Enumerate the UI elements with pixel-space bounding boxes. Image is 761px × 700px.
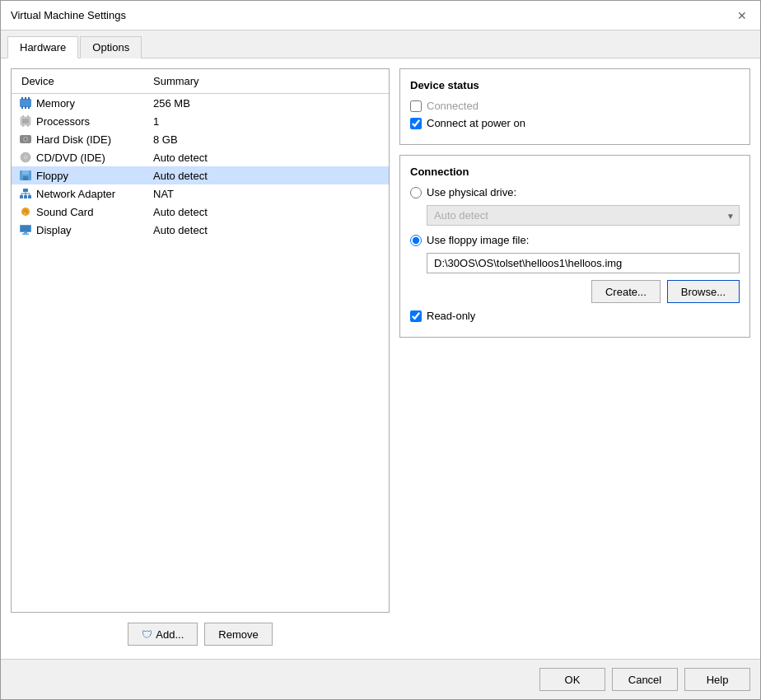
bottom-buttons: 🛡 Add... Remove bbox=[11, 619, 390, 649]
svg-point-15 bbox=[25, 138, 27, 141]
header-summary: Summary bbox=[150, 72, 382, 90]
floppy-summary: Auto detect bbox=[153, 170, 382, 182]
display-label: Display bbox=[36, 224, 153, 236]
browse-button[interactable]: Browse... bbox=[667, 280, 740, 303]
table-row[interactable]: Display Auto detect bbox=[12, 221, 389, 239]
display-summary: Auto detect bbox=[153, 224, 382, 236]
svg-rect-3 bbox=[28, 97, 30, 100]
display-icon bbox=[18, 223, 33, 236]
svg-text:♪: ♪ bbox=[24, 209, 27, 215]
soundcard-icon: ♪ bbox=[18, 205, 33, 218]
title-bar: Virtual Machine Settings ✕ bbox=[1, 1, 760, 30]
left-panel: Device Summary Memory 256 MB Processors bbox=[11, 68, 390, 649]
svg-point-18 bbox=[25, 156, 26, 158]
connection-section: Connection Use physical drive: Auto dete… bbox=[399, 155, 750, 338]
processors-label: Processors bbox=[36, 115, 153, 128]
use-image-row: Use floppy image file: bbox=[410, 234, 740, 246]
create-button[interactable]: Create... bbox=[591, 280, 661, 303]
table-row[interactable]: Memory 256 MB bbox=[12, 94, 389, 112]
svg-rect-0 bbox=[20, 99, 31, 107]
ok-button[interactable]: OK bbox=[539, 668, 605, 691]
read-only-checkbox[interactable] bbox=[410, 310, 422, 322]
svg-rect-5 bbox=[25, 106, 26, 109]
cancel-button[interactable]: Cancel bbox=[612, 668, 678, 691]
network-summary: NAT bbox=[153, 188, 382, 200]
physical-drive-select[interactable]: Auto detect bbox=[427, 205, 740, 226]
processors-icon bbox=[18, 114, 33, 128]
network-icon bbox=[18, 187, 33, 200]
use-physical-label: Use physical drive: bbox=[427, 186, 516, 198]
floppy-icon bbox=[18, 169, 33, 182]
svg-rect-23 bbox=[20, 195, 23, 198]
memory-summary: 256 MB bbox=[153, 97, 382, 110]
network-label: Network Adapter bbox=[36, 188, 153, 200]
right-panel: Device status Connected Connect at power… bbox=[399, 68, 750, 649]
file-buttons: Create... Browse... bbox=[410, 280, 740, 303]
soundcard-label: Sound Card bbox=[36, 206, 153, 218]
svg-rect-34 bbox=[21, 226, 30, 231]
svg-rect-36 bbox=[22, 234, 29, 236]
svg-rect-24 bbox=[24, 195, 27, 198]
svg-rect-1 bbox=[21, 97, 23, 100]
close-button[interactable]: ✕ bbox=[734, 7, 750, 24]
file-input-row bbox=[427, 253, 740, 273]
harddisk-label: Hard Disk (IDE) bbox=[36, 133, 153, 146]
connected-checkbox[interactable] bbox=[410, 100, 422, 112]
harddisk-icon bbox=[18, 133, 33, 146]
device-status-section: Device status Connected Connect at power… bbox=[399, 68, 750, 145]
tab-hardware[interactable]: Hardware bbox=[7, 36, 78, 58]
use-physical-row: Use physical drive: bbox=[410, 186, 740, 198]
soundcard-summary: Auto detect bbox=[153, 206, 382, 218]
connected-row: Connected bbox=[410, 100, 740, 112]
table-row-floppy[interactable]: Floppy Auto detect bbox=[12, 166, 389, 184]
auto-detect-wrapper: Auto detect ▼ bbox=[427, 205, 740, 226]
content-area: Device Summary Memory 256 MB Processors bbox=[1, 58, 760, 659]
svg-rect-22 bbox=[23, 189, 28, 192]
table-header: Device Summary bbox=[12, 69, 389, 94]
svg-rect-20 bbox=[22, 170, 29, 175]
svg-rect-35 bbox=[24, 232, 27, 234]
table-row[interactable]: CD/DVD (IDE) Auto detect bbox=[12, 148, 389, 166]
svg-rect-8 bbox=[22, 119, 29, 124]
remove-button[interactable]: Remove bbox=[204, 623, 272, 646]
svg-rect-2 bbox=[25, 97, 26, 100]
harddisk-summary: 8 GB bbox=[153, 133, 382, 146]
add-label: Add... bbox=[156, 628, 184, 641]
device-status-title: Device status bbox=[410, 79, 740, 91]
connect-power-checkbox[interactable] bbox=[410, 118, 422, 129]
memory-label: Memory bbox=[36, 97, 153, 110]
svg-rect-4 bbox=[21, 106, 23, 109]
connect-power-label: Connect at power on bbox=[427, 117, 525, 129]
add-button[interactable]: 🛡 Add... bbox=[128, 623, 198, 646]
header-device: Device bbox=[18, 72, 150, 90]
table-row[interactable]: Hard Disk (IDE) 8 GB bbox=[12, 130, 389, 148]
read-only-label: Read-only bbox=[427, 310, 475, 322]
connected-label: Connected bbox=[427, 100, 479, 112]
image-path-input[interactable] bbox=[427, 253, 740, 273]
help-button[interactable]: Help bbox=[684, 668, 750, 691]
cdrom-icon bbox=[18, 151, 33, 164]
processors-summary: 1 bbox=[153, 115, 382, 128]
use-physical-radio[interactable] bbox=[410, 187, 422, 198]
svg-rect-6 bbox=[28, 106, 30, 109]
read-only-row: Read-only bbox=[410, 310, 740, 322]
memory-icon bbox=[18, 96, 33, 110]
tab-options[interactable]: Options bbox=[80, 36, 142, 58]
shield-add-icon: 🛡 bbox=[142, 628, 152, 641]
footer: OK Cancel Help bbox=[1, 659, 760, 699]
cdrom-label: CD/DVD (IDE) bbox=[36, 152, 153, 164]
window-title: Virtual Machine Settings bbox=[11, 9, 126, 21]
table-row[interactable]: Processors 1 bbox=[12, 112, 389, 130]
floppy-label: Floppy bbox=[36, 170, 153, 182]
cdrom-summary: Auto detect bbox=[153, 152, 382, 164]
device-table: Device Summary Memory 256 MB Processors bbox=[11, 68, 390, 613]
connect-power-row: Connect at power on bbox=[410, 117, 740, 129]
main-window: Virtual Machine Settings ✕ Hardware Opti… bbox=[0, 0, 761, 700]
svg-rect-25 bbox=[28, 195, 31, 198]
table-row[interactable]: Network Adapter NAT bbox=[12, 184, 389, 203]
table-row[interactable]: ♪ Sound Card Auto detect bbox=[12, 203, 389, 221]
use-image-radio[interactable] bbox=[410, 235, 422, 246]
tab-bar: Hardware Options bbox=[1, 30, 760, 58]
svg-rect-21 bbox=[23, 176, 28, 180]
use-image-label: Use floppy image file: bbox=[427, 234, 529, 246]
